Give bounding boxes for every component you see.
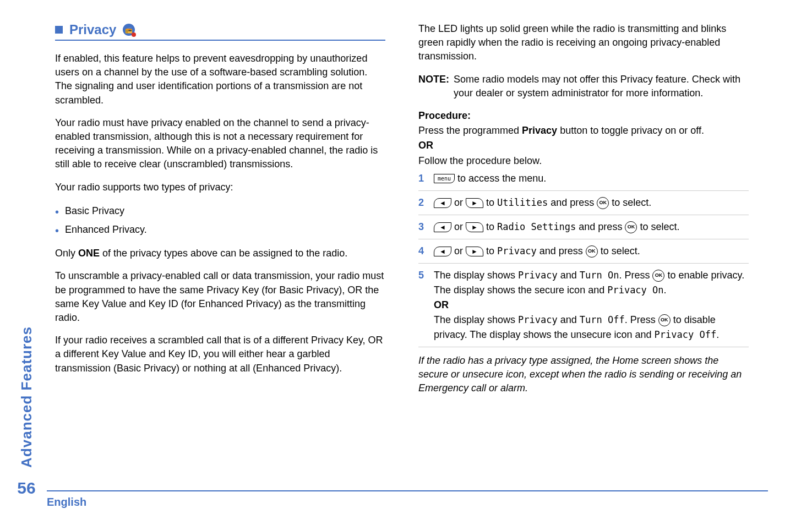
right-column: The LED lights up solid green while the …: [418, 22, 749, 404]
ok-button-icon: OK: [625, 221, 637, 233]
paragraph: Your radio supports two types of privacy…: [55, 181, 385, 194]
procedure-label: Procedure:: [418, 109, 749, 123]
ok-button-icon: OK: [586, 245, 598, 258]
follow-text: Follow the procedure below.: [418, 154, 749, 168]
info-icon: 📻: [123, 24, 135, 36]
step: menu to access the menu.: [418, 171, 749, 191]
section-label: Advanced Features: [18, 326, 35, 468]
right-arrow-icon: ►: [466, 222, 483, 232]
main-content: Privacy 📻 If enabled, this feature helps…: [44, 22, 768, 404]
procedure-list: menu to access the menu. ◄ or ► to Utili…: [418, 171, 749, 347]
procedure-intro: Press the programmed Privacy button to t…: [418, 124, 749, 138]
left-arrow-icon: ◄: [434, 222, 451, 232]
step: ◄ or ► to Radio Settings and press OK to…: [418, 220, 749, 239]
paragraph: If enabled, this feature helps to preven…: [55, 52, 385, 107]
section-heading: Privacy 📻: [55, 22, 385, 41]
bullet-square-icon: [55, 26, 63, 34]
section-title: Privacy: [69, 22, 116, 37]
sidebar: Advanced Features 56: [10, 0, 43, 525]
menu-button-icon: menu: [434, 174, 455, 183]
list-item: Enhanced Privacy.: [55, 222, 385, 238]
left-arrow-icon: ◄: [434, 198, 451, 208]
list-item: Basic Privacy: [55, 203, 385, 219]
left-column: Privacy 📻 If enabled, this feature helps…: [55, 22, 385, 404]
step: ◄ or ► to Utilities and press OK to sele…: [418, 195, 749, 215]
right-arrow-icon: ►: [466, 198, 483, 208]
right-arrow-icon: ►: [466, 247, 483, 256]
footer-note: If the radio has a privacy type assigned…: [418, 354, 749, 396]
step: The display shows Privacy and Turn On. P…: [418, 268, 749, 347]
step: ◄ or ► to Privacy and press OK to select…: [418, 244, 749, 264]
ok-button-icon: OK: [658, 314, 671, 326]
note-label: NOTE:: [418, 73, 449, 100]
page-footer: English: [47, 490, 768, 508]
ok-button-icon: OK: [597, 197, 609, 209]
paragraph: Only ONE of the privacy types above can …: [55, 247, 385, 260]
language-label: English: [47, 496, 86, 508]
left-arrow-icon: ◄: [434, 247, 451, 256]
or-label: OR: [418, 139, 749, 152]
paragraph: Your radio must have privacy enabled on …: [55, 116, 385, 172]
note-body: Some radio models may not offer this Pri…: [454, 73, 749, 100]
bullet-list: Basic Privacy Enhanced Privacy.: [55, 203, 385, 238]
paragraph: If your radio receives a scrambled call …: [55, 333, 385, 375]
ok-button-icon: OK: [652, 270, 664, 282]
paragraph: The LED lights up solid green while the …: [418, 22, 749, 64]
note: NOTE: Some radio models may not offer th…: [418, 73, 749, 100]
page-number: 56: [17, 479, 35, 497]
paragraph: To unscramble a privacy-enabled call or …: [55, 269, 385, 325]
